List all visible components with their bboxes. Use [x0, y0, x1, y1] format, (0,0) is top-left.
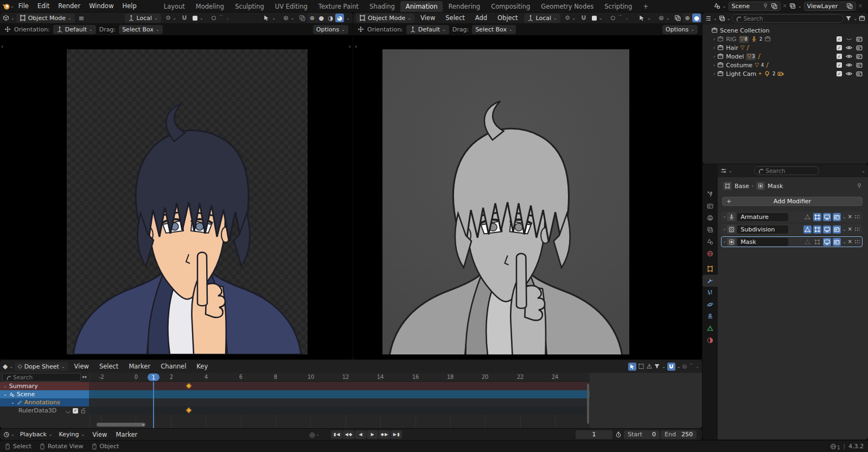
camera-visibility-icon[interactable]: [856, 62, 863, 68]
new-collection-icon[interactable]: [859, 15, 865, 22]
menu-window[interactable]: Window: [85, 0, 118, 12]
tab-sculpting[interactable]: Sculpting: [229, 1, 270, 12]
keying-icon[interactable]: ◎: [682, 364, 687, 369]
breadcrumb-data[interactable]: Mask: [768, 183, 783, 190]
tab-physics[interactable]: [703, 299, 718, 311]
jump-to-end-button[interactable]: ▶▮: [391, 430, 402, 439]
auto-key-record-icon[interactable]: ◎: [309, 431, 315, 438]
outliner-row-model[interactable]: › Model ▽3 ʃ ✓: [703, 52, 868, 61]
tab-output[interactable]: [703, 212, 718, 224]
filter-icon[interactable]: [845, 15, 852, 22]
expand-chevron-icon[interactable]: ›: [713, 37, 715, 42]
modifier-extras-chevron-icon[interactable]: ⌄: [843, 240, 846, 244]
tab-layout[interactable]: Layout: [158, 1, 190, 12]
outliner-root-row[interactable]: Scene Collection: [703, 26, 868, 35]
vertical-scrollbar[interactable]: [587, 384, 589, 424]
scene-browse-icon[interactable]: [714, 3, 720, 9]
properties-search[interactable]: [754, 166, 819, 175]
outliner-row-hair[interactable]: › Hair ▽ ʃ ✓: [703, 43, 868, 52]
toggle-realtime[interactable]: [823, 238, 831, 246]
expand-chevron-icon[interactable]: ›: [713, 63, 715, 68]
transform-orientation-dropdown[interactable]: Local ⌄: [524, 14, 560, 23]
overlays-toggle[interactable]: ◎⌄: [656, 14, 673, 23]
expand-search-icon[interactable]: ↔: [82, 374, 87, 380]
scene-name-field[interactable]: Scene: [729, 2, 781, 11]
lock-open-icon[interactable]: [80, 408, 87, 414]
playback-menu[interactable]: Playback⌄: [17, 430, 56, 439]
toggle-on-cage[interactable]: [803, 213, 812, 221]
outliner-row-rig[interactable]: › RIG ▽8 2 ✓: [703, 35, 868, 43]
modifier-name-field[interactable]: Mask: [737, 238, 788, 246]
tool-options-dropdown[interactable]: Options⌄: [313, 25, 348, 34]
object-mode-dropdown[interactable]: Object Mode ⌄: [356, 14, 414, 23]
tab-object-data[interactable]: [703, 322, 718, 334]
tab-world[interactable]: [703, 248, 718, 260]
shading-solid-button[interactable]: ●: [317, 14, 326, 22]
horizontal-scrollbar[interactable]: [97, 423, 145, 427]
gizmo-toggle[interactable]: ⌄: [260, 14, 279, 23]
tab-compositing[interactable]: Compositing: [486, 1, 535, 12]
channel-search-input[interactable]: [13, 374, 77, 380]
viewlayer-name-field[interactable]: ViewLayer: [804, 2, 856, 11]
snap-magnet-icon[interactable]: [580, 15, 587, 21]
eye-icon[interactable]: [846, 53, 852, 60]
toggle-on-cage[interactable]: [803, 225, 812, 234]
properties-editor-type-icon[interactable]: [720, 167, 727, 174]
eye-icon[interactable]: [846, 62, 852, 68]
viewport-right-canvas[interactable]: ›: [353, 35, 702, 359]
camera-visibility-icon[interactable]: [856, 44, 863, 51]
use-preview-range-button[interactable]: [614, 430, 623, 439]
outliner-display-mode-icon[interactable]: [719, 15, 725, 22]
snap-target-dropdown[interactable]: ⌄: [189, 14, 207, 23]
toggle-realtime[interactable]: [823, 225, 831, 234]
exclude-checkbox[interactable]: ✓: [837, 36, 842, 42]
tool-options-dropdown[interactable]: Options⌄: [662, 25, 698, 34]
breadcrumb-object[interactable]: Base: [735, 183, 749, 190]
outliner-editor-type-icon[interactable]: [705, 15, 712, 22]
outliner-search-input[interactable]: [743, 15, 840, 22]
show-errors-icon[interactable]: ⚠: [646, 363, 652, 370]
toggle-render[interactable]: [833, 213, 841, 221]
outliner-row-costume[interactable]: › Costume ▽ 4 ʃ ✓: [703, 61, 868, 69]
channel-checkbox[interactable]: ✓: [73, 408, 78, 414]
play-reverse-button[interactable]: ◀: [355, 430, 366, 439]
collapse-chevron-icon[interactable]: ⌄: [11, 400, 15, 405]
overlays-toggle[interactable]: ◎⌄: [280, 14, 297, 23]
timeline-menu-view[interactable]: View: [88, 429, 111, 440]
current-frame-badge[interactable]: 1: [148, 373, 159, 381]
collapse-chevron-icon[interactable]: ⌄: [3, 392, 7, 397]
tool-drag-dropdown[interactable]: Select Box⌄: [119, 25, 163, 34]
drag-handle-icon[interactable]: [854, 215, 860, 219]
collapsed-menus-icon[interactable]: ≡: [76, 15, 87, 22]
camera-visibility-icon[interactable]: [856, 70, 863, 77]
outliner-search[interactable]: [732, 14, 844, 23]
tab-modeling[interactable]: Modeling: [190, 1, 229, 12]
viewport-menu-view[interactable]: View: [416, 12, 439, 24]
tab-texture-paint[interactable]: Texture Paint: [313, 1, 364, 12]
filter-icon[interactable]: [654, 363, 660, 370]
tool-orientation-dropdown[interactable]: Default⌄: [406, 25, 449, 34]
toggle-render[interactable]: [833, 225, 841, 234]
mesh-chip-icon[interactable]: [756, 182, 765, 190]
gizmo-toggle[interactable]: ⌄: [635, 14, 654, 23]
playhead-line[interactable]: [153, 382, 154, 428]
viewport-left-canvas[interactable]: › ‹: [0, 35, 353, 359]
pin-icon[interactable]: [762, 3, 769, 9]
tab-geometry-nodes[interactable]: Geometry Nodes: [535, 1, 599, 12]
pivot-point-dropdown[interactable]: ⊙⌄: [562, 14, 579, 23]
expand-chevron-icon[interactable]: ›: [713, 72, 715, 76]
menu-help[interactable]: Help: [118, 0, 141, 12]
xray-toggle-icon[interactable]: [299, 15, 305, 21]
add-modifier-button[interactable]: + Add Modifier: [722, 197, 863, 206]
eye-closed-icon[interactable]: [846, 36, 852, 42]
viewport-menu-select[interactable]: Select: [441, 12, 469, 24]
timeline-editor-type-icon[interactable]: [3, 431, 10, 438]
toggle-edit-mode[interactable]: [813, 238, 821, 246]
blender-logo-icon[interactable]: [2, 2, 10, 10]
proportional-edit-group[interactable]: ○⌒⌄: [608, 14, 632, 23]
dope-menu-select[interactable]: Select: [95, 360, 123, 372]
toggle-on-cage[interactable]: [803, 238, 812, 246]
properties-search-input[interactable]: [765, 167, 815, 174]
properties-options-chevron-icon[interactable]: ⌄: [861, 169, 865, 173]
viewlayer-browse-icon[interactable]: [789, 3, 796, 9]
